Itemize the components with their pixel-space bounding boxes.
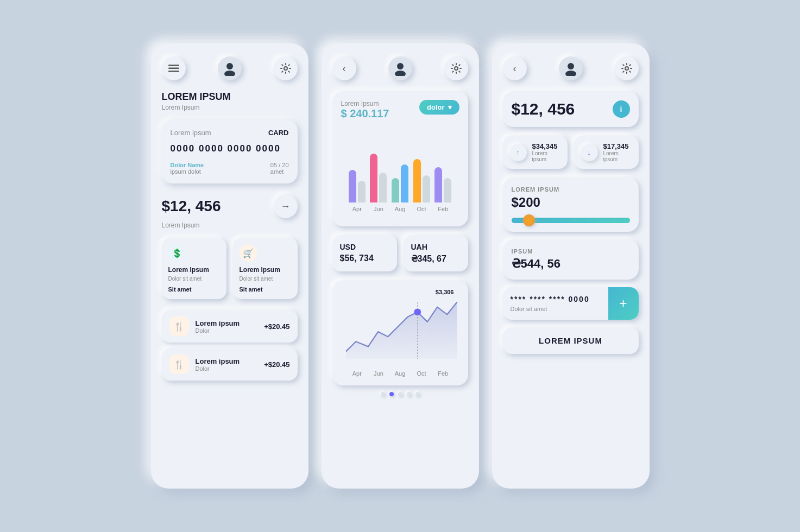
peak-label: $3,306 (436, 289, 454, 295)
flow-amount-up: $34,345 (532, 142, 561, 150)
flow-card-down: ↓ $17,345 Lorem ipsum (574, 136, 639, 169)
ipsum-section: IPSUM ₴544, 56 (503, 239, 639, 280)
s2-label: Lorem Ipsum (341, 100, 389, 107)
balance-amount: $12, 456 (162, 198, 221, 215)
dot-2[interactable] (398, 392, 402, 396)
line-x-labels: Apr Jun Aug Oct Feb (341, 367, 459, 377)
card-date-label: 05 / 20 (270, 162, 289, 168)
svg-point-8 (455, 67, 458, 70)
flow-card-up: ↑ $34,345 Lorem ipsum (503, 136, 568, 169)
tx-amount-1: +$20.45 (264, 360, 289, 369)
screen1-subtitle: Lorem Ipsum (162, 104, 298, 111)
svg-point-3 (226, 63, 233, 69)
card-name-label: Dolor Name (171, 162, 204, 168)
slider-thumb[interactable] (523, 214, 535, 226)
card-add-row: **** **** **** 0000 Dolor sit amet + (503, 287, 639, 320)
card-name-value: ipsum dolot (171, 168, 204, 175)
screens-container: LOREM IPSUM Lorem Ipsum Lorem ipsum CARD… (151, 43, 650, 489)
action-icon-0: 💲 (168, 244, 186, 262)
dropdown-label: dolor (427, 103, 445, 111)
slider-track[interactable] (512, 218, 630, 223)
action-icon-1: 🛒 (240, 244, 257, 262)
submit-button[interactable]: LOREM IPSUM (503, 327, 639, 354)
flow-row: ↑ $34,345 Lorem ipsum ↓ $17,345 Lorem ip… (503, 136, 639, 169)
back-button-3[interactable]: ‹ (503, 56, 527, 80)
svg-rect-2 (168, 71, 179, 72)
settings-button[interactable] (274, 56, 298, 80)
transaction-item-1[interactable]: 🍴 Lorem ipsum Dolor +$20.45 (162, 348, 298, 381)
bar-label-4: Feb (432, 206, 454, 212)
card-label: Lorem ipsum (171, 129, 211, 137)
svg-point-5 (284, 67, 287, 70)
currency-uah: UAH ₴345, 67 (404, 235, 468, 271)
svg-point-6 (397, 63, 404, 69)
line-label-0: Apr (347, 370, 368, 377)
line-chart-svg (341, 289, 459, 365)
svg-point-7 (395, 71, 406, 76)
tx-name-0: Lorem ipsum (196, 319, 258, 327)
screen1-header (162, 56, 298, 80)
lorem-amount: $200 (512, 195, 630, 210)
avatar (218, 56, 242, 80)
dot-3[interactable] (407, 392, 411, 396)
info-button[interactable]: i (613, 100, 630, 118)
action-card-0[interactable]: 💲 Lorem Ipsum Dolor sit amet Sit amet (162, 238, 226, 299)
action-sub-0: Dolor sit amet (168, 276, 220, 282)
info-icon: i (620, 105, 622, 113)
bar-labels: Apr Jun Aug Oct Feb (341, 202, 459, 212)
settings-button-3[interactable] (615, 56, 639, 80)
menu-button[interactable] (162, 56, 186, 80)
svg-point-11 (568, 63, 574, 69)
tx-icon-0: 🍴 (169, 316, 189, 336)
screen-3: ‹ $12, 456 i ↑ (492, 43, 650, 489)
lorem-section: LOREM IPSUM $200 (503, 178, 639, 232)
bar-label-2: Aug (389, 206, 411, 212)
action-title-0: Lorem Ipsum (168, 266, 220, 274)
card-add-button[interactable]: + (608, 287, 639, 320)
balance-row: $12, 456 → (162, 194, 298, 218)
avatar-2 (388, 56, 412, 80)
screen2-header: ‹ (332, 56, 468, 80)
balance-arrow-button[interactable]: → (274, 194, 298, 218)
curr-label-usd: USD (340, 243, 389, 251)
screen-1: LOREM IPSUM Lorem Ipsum Lorem ipsum CARD… (151, 43, 308, 489)
dot-0[interactable] (381, 392, 385, 396)
s3-balance-card: $12, 456 i (503, 91, 639, 127)
balance-label: Lorem Ipsum (162, 221, 298, 229)
settings-button-2[interactable] (444, 56, 468, 80)
svg-rect-1 (168, 68, 179, 69)
svg-point-4 (224, 71, 235, 76)
ipsum-title: IPSUM (512, 248, 630, 255)
bar-chart: Apr Jun Aug Oct Feb (341, 132, 459, 212)
currency-row: USD $56, 734 UAH ₴345, 67 (332, 235, 468, 271)
pagination-dots (332, 392, 468, 396)
transaction-item-0[interactable]: 🍴 Lorem ipsum Dolor +$20.45 (162, 310, 298, 343)
dropdown-button[interactable]: dolor ▾ (419, 100, 459, 115)
bar-label-3: Oct (411, 206, 432, 212)
curr-amount-usd: $56, 734 (340, 254, 389, 263)
tx-amount-0: +$20.45 (264, 322, 289, 331)
transaction-list: 🍴 Lorem ipsum Dolor +$20.45 🍴 Lorem ipsu… (162, 310, 298, 381)
flow-label-up: Lorem ipsum (532, 150, 561, 162)
bar-chart-card: Lorem Ipsum $ 240.117 dolor ▾ (332, 91, 468, 226)
action-title-1: Lorem Ipsum (240, 266, 291, 274)
svg-point-12 (565, 71, 576, 76)
action-card-1[interactable]: 🛒 Lorem Ipsum Dolor sit amet Sit amet (233, 238, 298, 299)
card-masked-number: **** **** **** 0000 (511, 295, 601, 303)
svg-point-13 (625, 67, 628, 70)
flow-up-icon: ↑ (509, 144, 527, 161)
dot-4[interactable] (415, 392, 420, 396)
screen3-header: ‹ (503, 56, 639, 80)
tx-icon-1: 🍴 (169, 354, 189, 374)
flow-label-down: Lorem ipsum (603, 150, 632, 162)
lorem-title: LOREM IPSUM (512, 186, 630, 193)
currency-usd: USD $56, 734 (332, 235, 397, 271)
back-button-2[interactable]: ‹ (332, 56, 356, 80)
action-btn-0: Sit amet (168, 286, 220, 293)
bar-label-1: Jun (368, 206, 389, 212)
line-label-2: Aug (389, 370, 411, 377)
card-add-sub: Dolor sit amet (511, 306, 601, 312)
plus-icon: + (619, 296, 627, 311)
dot-1[interactable] (389, 392, 394, 396)
card-type: CARD (268, 129, 289, 137)
